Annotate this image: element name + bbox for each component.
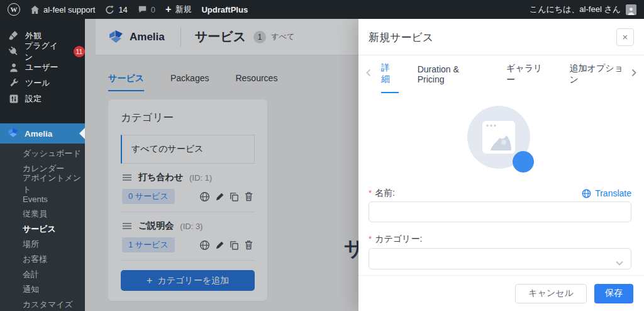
submenu-item-finance[interactable]: 会計 — [0, 267, 85, 282]
home-icon — [30, 5, 40, 14]
sidebar-item-label: ユーザー — [25, 62, 58, 73]
image-upload-dot-button[interactable] — [513, 151, 534, 172]
wp-admin-bar: W al-feel support 14 0 + 新規 UpdraftPlus — [0, 0, 644, 19]
wp-sidebar: 外観 プラグイン 11 ユーザー ツール — [0, 19, 85, 311]
chevron-down-icon — [616, 257, 623, 268]
wp-logo-menu[interactable]: W — [8, 0, 20, 19]
name-label-text: 名前: — [375, 188, 395, 198]
wrench-icon — [8, 78, 19, 88]
category-label: *カテゴリー: — [369, 234, 422, 245]
page: W al-feel support 14 0 + 新規 UpdraftPlus — [0, 0, 644, 311]
tab-gallery[interactable]: ギャラリー — [506, 52, 550, 93]
new-service-modal: 新規サービス × 詳細 Duration & Pricing ギャラリー 追加オ… — [358, 19, 644, 311]
service-name-input[interactable] — [369, 201, 631, 222]
submenu-item-services[interactable]: サービス — [0, 222, 85, 237]
sidebar-item-tools[interactable]: ツール — [0, 75, 85, 91]
sidebar-item-amelia[interactable]: Amelia — [0, 123, 85, 144]
submenu-label: カスタマイズ — [23, 299, 73, 310]
submenu-item-appointments[interactable]: アポイントメント — [0, 176, 85, 191]
submenu-label: 会計 — [23, 269, 39, 280]
close-button[interactable]: × — [616, 28, 634, 46]
sidebar-item-label: プラグイン — [25, 40, 64, 63]
greeting-text[interactable]: こんにちは、al-feel さん — [530, 4, 621, 15]
updates-icon — [105, 5, 114, 14]
tab-extra-options[interactable]: 追加オプション — [570, 52, 631, 93]
submenu-item-customers[interactable]: お客様 — [0, 252, 85, 267]
submenu-label: 場所 — [23, 239, 39, 250]
sliders-icon — [8, 94, 19, 104]
sidebar-item-label: ツール — [25, 77, 50, 89]
modal-tabs: 詳細 Duration & Pricing ギャラリー 追加オプション — [358, 55, 644, 89]
sidebar-item-settings[interactable]: 設定 — [0, 91, 85, 106]
user-avatar[interactable] — [626, 4, 636, 15]
comments-menu[interactable]: 0 — [138, 0, 155, 19]
sidebar-item-plugins[interactable]: プラグイン 11 — [0, 43, 85, 59]
chevron-right-icon[interactable] — [631, 69, 636, 77]
submenu-label: Events — [23, 195, 48, 204]
user-icon — [8, 62, 19, 72]
required-mark: * — [369, 234, 372, 244]
amelia-menu-label: Amelia — [25, 129, 52, 139]
submenu-label: お客様 — [23, 254, 47, 265]
sidebar-item-users[interactable]: ユーザー — [0, 59, 85, 75]
modal-body: *名前: Translate *カテゴリー: — [358, 89, 644, 275]
submenu-label: 従業員 — [23, 208, 47, 220]
translate-link[interactable]: Translate — [582, 188, 631, 198]
tab-details[interactable]: 詳細 — [381, 52, 399, 93]
translate-label: Translate — [595, 188, 631, 198]
comment-icon — [138, 5, 147, 14]
submenu-label: ダッシュボード — [23, 148, 81, 159]
submenu-item-notifications[interactable]: 通知 — [0, 282, 85, 297]
image-placeholder-icon — [482, 120, 516, 154]
brush-icon — [8, 30, 19, 41]
cancel-button[interactable]: キャンセル — [515, 284, 587, 303]
active-menu-arrow — [79, 128, 85, 139]
updates-menu[interactable]: 14 — [105, 0, 127, 19]
plus-icon: + — [165, 4, 171, 15]
category-field-row: *カテゴリー: — [369, 234, 631, 245]
translate-globe-icon — [582, 189, 591, 198]
name-field-row: *名前: Translate — [369, 188, 631, 199]
new-label: 新規 — [175, 4, 191, 15]
modal-footer: キャンセル 保存 — [358, 275, 644, 311]
updates-count: 14 — [118, 5, 127, 14]
amelia-submenu: ダッシュボード カレンダー アポイントメント Events 従業員 サービス 場… — [0, 144, 85, 311]
name-label: *名前: — [369, 188, 395, 199]
modal-header: 新規サービス × — [358, 19, 644, 55]
submenu-label: サービス — [23, 223, 56, 235]
category-select[interactable] — [369, 248, 631, 269]
submenu-item-locations[interactable]: 場所 — [0, 237, 85, 252]
modal-title: 新規サービス — [369, 30, 433, 45]
plugins-update-badge: 11 — [74, 46, 85, 57]
site-name-menu[interactable]: al-feel support — [30, 0, 95, 19]
new-content-menu[interactable]: + 新規 — [165, 0, 191, 19]
save-button[interactable]: 保存 — [594, 284, 633, 303]
chevron-left-icon[interactable] — [366, 69, 371, 77]
submenu-item-customize[interactable]: カスタマイズ — [0, 297, 85, 311]
sidebar-item-label: 設定 — [25, 93, 42, 105]
service-image-uploader[interactable] — [467, 106, 535, 174]
plug-icon — [8, 46, 19, 57]
tab-duration-pricing[interactable]: Duration & Pricing — [418, 54, 487, 91]
comments-count: 0 — [151, 5, 155, 14]
updraftplus-label: UpdraftPlus — [201, 5, 248, 14]
submenu-item-dashboard[interactable]: ダッシュボード — [0, 146, 85, 161]
site-name-label: al-feel support — [43, 5, 95, 14]
wordpress-logo-icon: W — [8, 3, 20, 16]
submenu-label: アポイントメント — [23, 172, 85, 195]
category-label-text: カテゴリー: — [375, 234, 422, 244]
submenu-item-employees[interactable]: 従業員 — [0, 206, 85, 222]
required-mark: * — [369, 188, 372, 198]
updraftplus-menu[interactable]: UpdraftPlus — [201, 0, 248, 19]
amelia-logo-icon — [8, 127, 19, 140]
close-icon: × — [623, 31, 628, 42]
submenu-label: 通知 — [23, 284, 39, 295]
